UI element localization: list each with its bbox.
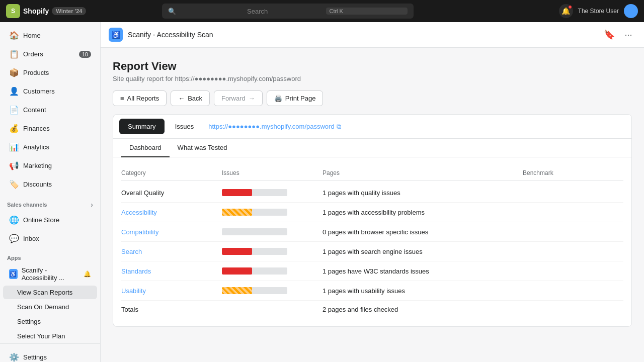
category-overall-quality: Overall Quality — [121, 189, 222, 197]
sidebar-label-scanify: Scanify - Accessibility ... — [22, 266, 79, 282]
app-header-actions: 🔖 ··· — [602, 27, 636, 42]
analytics-icon: 📊 — [9, 142, 18, 152]
sidebar-label-settings: Settings — [17, 318, 41, 325]
sidebar-label-discounts: Discounts — [23, 180, 52, 188]
print-page-label: Print Page — [285, 95, 316, 102]
top-navigation: S Shopify Winter '24 🔍 Search Ctrl K 🔔 T… — [0, 0, 644, 22]
table-row: Overall Quality 1 pages with quality iss… — [121, 183, 623, 203]
sidebar-label-view-scan-reports: View Scan Reports — [17, 289, 72, 296]
sidebar-item-settings[interactable]: Settings — [3, 315, 97, 328]
category-standards-link[interactable]: Standards — [121, 267, 222, 275]
search-icon: 🔍 — [168, 8, 243, 15]
sidebar-item-analytics[interactable]: 📊 Analytics — [3, 138, 97, 156]
pages-compatibility: 0 pages with browser specific issues — [323, 228, 523, 236]
pages-overall-quality: 1 pages with quality issues — [323, 189, 523, 197]
tab-dashboard[interactable]: Dashboard — [121, 139, 170, 157]
sidebar-item-finances[interactable]: 💰 Finances — [3, 120, 97, 137]
issues-tab[interactable]: Issues — [167, 119, 203, 134]
pages-search: 1 pages with search engine issues — [323, 248, 523, 255]
main-layout: 🏠 Home 📋 Orders 10 📦 Products 👤 Customer… — [0, 22, 644, 362]
report-container: Report View Site quality report for http… — [101, 48, 644, 339]
user-name[interactable]: The Store User — [578, 8, 619, 15]
sidebar-item-online-store[interactable]: 🌐 Online Store — [3, 211, 97, 229]
customers-icon: 👤 — [9, 86, 18, 96]
sidebar-bottom: ⚙️ Settings Non-transferable — [0, 343, 100, 362]
bar-bg — [222, 267, 287, 275]
bar-bg — [222, 228, 287, 235]
pages-accessibility: 1 pages with accessibility problems — [323, 209, 523, 216]
totals-pages: 2 pages and files checked — [323, 306, 523, 313]
back-button[interactable]: ← Back — [171, 90, 210, 106]
app-header-icon: ♿ — [109, 28, 123, 42]
sidebar-item-view-scan-reports[interactable]: View Scan Reports — [3, 286, 97, 299]
back-arrow-icon: ← — [178, 95, 185, 102]
external-link-icon: ⧉ — [337, 123, 341, 131]
sidebar-label-inbox: Inbox — [23, 235, 39, 242]
sidebar-label-home: Home — [23, 32, 41, 39]
category-compatibility-link[interactable]: Compatibility — [121, 228, 222, 236]
search-bar[interactable]: 🔍 Search Ctrl K — [162, 4, 414, 19]
sidebar-item-discounts[interactable]: 🏷️ Discounts — [3, 175, 97, 193]
orders-icon: 📋 — [9, 49, 18, 59]
sidebar-label-orders: Orders — [23, 50, 43, 58]
bar-fill-orange — [222, 209, 252, 216]
issue-bar-usability — [222, 286, 287, 295]
gear-icon: ⚙️ — [9, 352, 18, 362]
sidebar-item-content[interactable]: 📄 Content — [3, 101, 97, 119]
bar-bg — [222, 209, 287, 216]
category-search-link[interactable]: Search — [121, 248, 222, 255]
table-row: Compatibility 0 pages with browser speci… — [121, 222, 623, 242]
sidebar-item-customers[interactable]: 👤 Customers — [3, 82, 97, 100]
sidebar-item-inbox[interactable]: 💬 Inbox — [3, 230, 97, 247]
table-row: Search 1 pages with search engine issues — [121, 242, 623, 261]
summary-tab[interactable]: Summary — [119, 119, 165, 134]
bar-bg — [222, 189, 287, 196]
back-label: Back — [188, 95, 202, 102]
sidebar-item-marketing[interactable]: 📢 Marketing — [3, 157, 97, 174]
chevron-right-icon: › — [91, 201, 93, 209]
pages-usability: 1 pages with usability issues — [323, 287, 523, 295]
forward-label: Forward — [221, 95, 246, 102]
sidebar-item-home[interactable]: 🏠 Home — [3, 27, 97, 44]
report-title: Report View — [113, 60, 632, 73]
table-row: Usability 1 pages with usability issues — [121, 281, 623, 301]
sidebar-label-marketing: Marketing — [23, 162, 52, 169]
report-card: Summary Issues https://●●●●●●●●.myshopif… — [113, 114, 632, 327]
report-table: Category Issues Pages Benchmark Overall … — [113, 157, 631, 326]
sidebar-item-orders[interactable]: 📋 Orders 10 — [3, 45, 97, 63]
app-header-title: Scanify - Accessibility Scan — [128, 31, 213, 39]
inbox-icon: 💬 — [9, 234, 18, 243]
notification-button[interactable]: 🔔 — [559, 4, 573, 18]
search-placeholder: Search — [247, 8, 322, 15]
tab-what-was-tested[interactable]: What was Tested — [170, 139, 235, 157]
sidebar-label-scan-on-demand: Scan On Demand — [17, 303, 69, 311]
issue-bar-compatibility — [222, 227, 287, 236]
more-options-button[interactable]: ··· — [621, 27, 636, 42]
sidebar-label-select-your-plan: Select Your Plan — [17, 332, 65, 340]
sidebar-label-online-store: Online Store — [23, 216, 59, 224]
table-header: Category Issues Pages Benchmark — [121, 165, 623, 181]
apps-header: Apps — [0, 248, 100, 263]
notification-dot — [568, 5, 572, 9]
forward-button[interactable]: Forward → — [214, 90, 263, 106]
products-icon: 📦 — [9, 68, 18, 77]
report-url-link[interactable]: https://●●●●●●●●.myshopify.com/password … — [208, 123, 341, 131]
all-reports-button[interactable]: ≡ All Reports — [113, 90, 167, 106]
sidebar-item-scanify-app[interactable]: ♿ Scanify - Accessibility ... 🔔 — [3, 263, 97, 285]
col-header-issues: Issues — [222, 169, 323, 176]
sidebar-item-select-your-plan[interactable]: Select Your Plan — [3, 329, 97, 343]
print-page-button[interactable]: 🖨️ Print Page — [267, 90, 324, 106]
sidebar-item-global-settings[interactable]: ⚙️ Settings — [3, 348, 97, 362]
sidebar-label-global-settings: Settings — [23, 353, 47, 361]
brand-logo[interactable]: S Shopify Winter '24 — [6, 4, 86, 18]
table-row: Standards 1 pages have W3C standards iss… — [121, 261, 623, 281]
category-accessibility-link[interactable]: Accessibility — [121, 209, 222, 216]
sidebar-item-scan-on-demand[interactable]: Scan On Demand — [3, 300, 97, 314]
sidebar-item-products[interactable]: 📦 Products — [3, 64, 97, 81]
bookmark-button[interactable]: 🔖 — [602, 27, 617, 42]
sidebar-label-content: Content — [23, 106, 46, 114]
category-usability-link[interactable]: Usability — [121, 287, 222, 295]
col-header-benchmark: Benchmark — [523, 169, 623, 176]
user-avatar[interactable] — [624, 4, 638, 18]
issue-bar-accessibility — [222, 208, 287, 217]
